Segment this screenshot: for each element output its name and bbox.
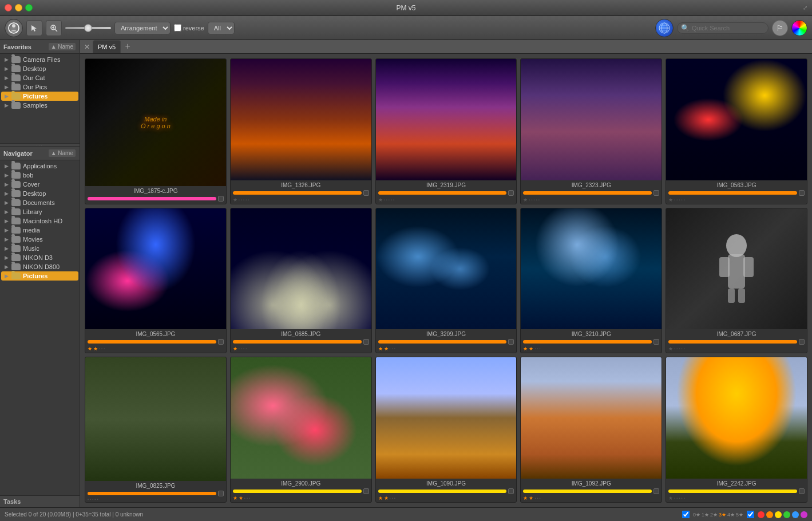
photo-cell-5[interactable]: IMG_0563.JPG ★ • • • • •	[666, 58, 807, 204]
color-dot-red	[758, 511, 765, 518]
favorites-header[interactable]: Favorites ▲ Name	[0, 40, 80, 54]
sidebar-item-bob[interactable]: ▶ bob	[1, 171, 78, 180]
arrangement-select[interactable]: Arrangement	[114, 22, 171, 34]
app-icon-button[interactable]	[5, 19, 23, 37]
navigator-sort[interactable]: ▲ Name	[48, 149, 76, 157]
rating-checkbox[interactable]	[508, 339, 514, 345]
statusbar-checkbox	[682, 511, 690, 518]
sidebar-item-nikon-d3[interactable]: ▶ NIKON D3	[1, 253, 78, 262]
sidebar-item-music[interactable]: ▶ Music	[1, 244, 78, 253]
photo-cell-7[interactable]: IMG_0685.JPG ★ • • • •	[230, 208, 372, 354]
photo-cell-11[interactable]: IMG_0825.JPG • • • • •	[85, 357, 227, 503]
navigator-header[interactable]: Navigator ▲ Name	[0, 147, 80, 160]
pointer-tool-button[interactable]	[26, 20, 42, 36]
globe-icon[interactable]	[655, 19, 674, 37]
dot: •	[243, 347, 244, 350]
star: ★	[384, 346, 389, 352]
photo-cell-12[interactable]: IMG_2900.JPG ★ ★ • • •	[230, 357, 372, 503]
arrow-icon: ▶	[5, 102, 9, 108]
sidebar-item-macintosh-hd[interactable]: ▶ Macintosh HD	[1, 216, 78, 226]
tab-add-button[interactable]: +	[122, 40, 133, 53]
arrow-icon: ▶	[5, 209, 9, 215]
arrow-icon: ▶	[5, 255, 9, 260]
rating-checkbox[interactable]	[363, 488, 369, 494]
rating-checkbox[interactable]	[799, 190, 805, 196]
rating-checkbox[interactable]	[508, 190, 514, 196]
navigator-items: ▶ Applications ▶ bob ▶ Cover ▶ D	[0, 160, 80, 495]
photo-cell-13[interactable]: IMG_1090.JPG ★ ★ • • •	[375, 357, 517, 503]
rating-checkbox[interactable]	[653, 190, 659, 196]
zoom-slider[interactable]	[65, 27, 111, 29]
rating-checkbox[interactable]	[218, 196, 224, 202]
sidebar-item-pictures-favorites[interactable]: ▶ Pictures	[1, 92, 78, 101]
photo-cell-10[interactable]: IMG_0687.JPG ★ • • • • •	[666, 208, 807, 354]
sidebar-item-pictures-nav[interactable]: ▶ Pictures	[1, 271, 78, 281]
dot: •	[536, 198, 537, 202]
photo-cell-4[interactable]: IMG_2323.JPG ★ • • • • •	[520, 58, 662, 204]
maximize-button[interactable]	[25, 4, 33, 11]
sidebar-item-media[interactable]: ▶ media	[1, 226, 78, 235]
dot: •	[88, 498, 89, 501]
color-dot-orange	[766, 511, 773, 518]
sidebar-item-camera-files[interactable]: ▶ Camera Files	[1, 55, 78, 64]
sidebar-item-our-cat[interactable]: ▶ Our Cat	[1, 73, 78, 82]
rating-checkbox[interactable]	[799, 339, 805, 345]
photo-cell-14[interactable]: IMG_1092.JPG ★ ★ • • •	[520, 357, 662, 503]
rating-checkbox[interactable]	[653, 488, 659, 494]
rating-checkbox[interactable]	[799, 488, 805, 494]
photo-cell-6[interactable]: IMG_0565.JPG ★ ★ • • •	[85, 208, 227, 354]
star: ★	[529, 346, 533, 352]
sidebar-item-label: Desktop	[23, 190, 46, 197]
sidebar-item-nikon-d800[interactable]: ▶ NIKON D800	[1, 262, 78, 271]
rating-checkbox[interactable]	[363, 339, 369, 345]
sidebar-item-samples[interactable]: ▶ Samples	[1, 101, 78, 110]
dot: •	[248, 198, 249, 202]
svg-rect-16	[738, 289, 745, 303]
sidebar-item-desktop[interactable]: ▶ Desktop	[1, 64, 78, 73]
flag-icon[interactable]: 🏳	[772, 20, 788, 36]
dot: •	[674, 347, 675, 350]
photo-rating-bar	[88, 491, 224, 496]
statusbar-toggle[interactable]	[682, 511, 690, 518]
photo-cell-1[interactable]: IMG_1875-c.JPG	[85, 58, 227, 204]
zoom-tool-button[interactable]	[46, 20, 62, 36]
photo-cell-2[interactable]: IMG_1326.JPG ★ • • • • •	[230, 58, 372, 204]
tab-pm-v5[interactable]: PM v5	[93, 40, 121, 53]
color-wheel-icon[interactable]	[791, 20, 807, 36]
statusbar-toggle2[interactable]	[747, 511, 754, 518]
sidebar-item-cover[interactable]: ▶ Cover	[1, 180, 78, 189]
dot: •	[682, 496, 683, 500]
minimize-button[interactable]	[15, 4, 22, 11]
sidebar-item-library[interactable]: ▶ Library	[1, 207, 78, 216]
traffic-lights[interactable]	[5, 4, 33, 11]
sidebar-item-desktop-nav[interactable]: ▶ Desktop	[1, 189, 78, 198]
search-input[interactable]	[692, 25, 765, 31]
filter-select[interactable]: All	[208, 22, 235, 34]
close-button[interactable]	[5, 4, 12, 11]
reverse-checkbox-label[interactable]: reverse	[174, 24, 204, 31]
photo-cell-9[interactable]: IMG_3210.JPG ★ ★ • • •	[520, 208, 662, 354]
sidebar-item-applications[interactable]: ▶ Applications	[1, 161, 78, 171]
tab-close-button[interactable]: ✕	[82, 40, 92, 53]
reverse-checkbox[interactable]	[174, 24, 181, 31]
folder-icon	[11, 218, 21, 224]
favorites-sort[interactable]: ▲ Name	[48, 42, 76, 51]
sidebar-item-movies[interactable]: ▶ Movies	[1, 235, 78, 244]
rating-checkbox[interactable]	[363, 190, 369, 196]
photo-cell-3[interactable]: IMG_2319.JPG ★ • • • • •	[375, 58, 517, 204]
resize-handle[interactable]: ⤢	[803, 5, 807, 11]
sidebar-item-documents[interactable]: ▶ Documents	[1, 198, 78, 207]
photo-rating-bar	[88, 339, 224, 345]
rating-checkbox[interactable]	[508, 488, 514, 494]
photo-cell-8[interactable]: IMG_3209.JPG ★ ★ • • •	[375, 208, 517, 354]
photo-cell-15[interactable]: IMG_2242.JPG ★ • • • • •	[666, 357, 807, 503]
rating-checkbox[interactable]	[218, 339, 224, 345]
dot: •	[393, 198, 394, 202]
sidebar-item-our-pics[interactable]: ▶ Our Pics	[1, 82, 78, 92]
tasks-label: Tasks	[3, 498, 21, 505]
photo-name: IMG_0825.JPG	[88, 483, 224, 489]
rating-checkbox[interactable]	[653, 339, 659, 345]
folder-icon	[11, 199, 21, 206]
photo-thumb	[85, 357, 226, 481]
rating-checkbox[interactable]	[218, 491, 224, 496]
